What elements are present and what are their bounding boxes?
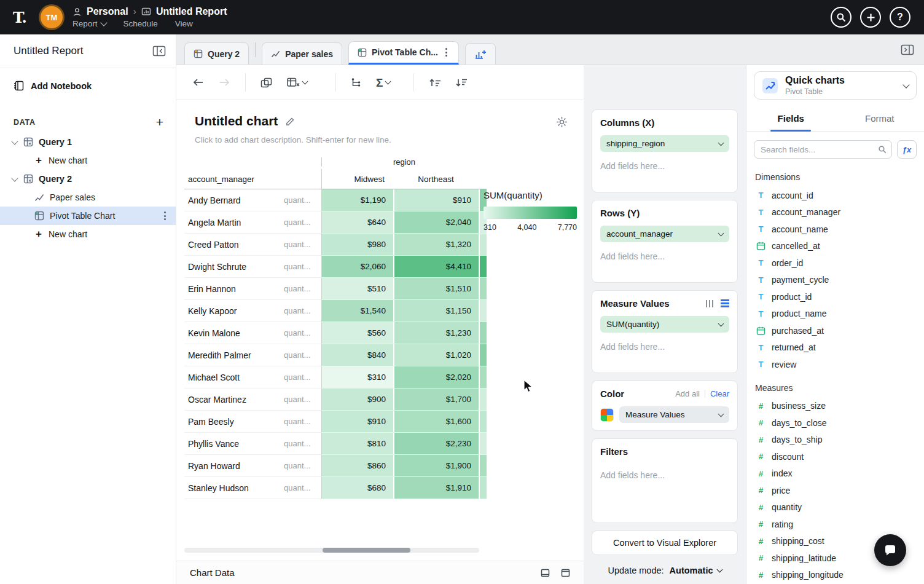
value-cell-midwest[interactable]: $840: [321, 344, 393, 366]
field-item[interactable]: Tpayment_cycle: [754, 272, 917, 289]
columns-layout-icon[interactable]: [706, 300, 714, 307]
manager-cell[interactable]: Dwight Schrute: [184, 256, 284, 277]
field-item[interactable]: #discount: [754, 448, 917, 465]
field-item[interactable]: Treturned_at: [754, 339, 917, 357]
maximize-panel-icon[interactable]: [561, 569, 570, 577]
manager-cell[interactable]: Oscar Martinez: [184, 389, 284, 410]
minimize-panel-icon[interactable]: [541, 569, 550, 577]
value-cell-midwest[interactable]: $980: [321, 234, 393, 255]
value-cell-northeast[interactable]: $1,700: [393, 389, 479, 410]
value-cell-northeast[interactable]: $1,150: [393, 300, 479, 322]
search-button[interactable]: [831, 7, 852, 28]
sidebar-item-pivot-table-chart[interactable]: Pivot Table Chart: [0, 207, 176, 225]
measure-values-drop-hint[interactable]: Add fields here...: [600, 342, 729, 352]
field-item[interactable]: #price: [754, 482, 917, 499]
value-cell-northeast[interactable]: $1,020: [393, 344, 479, 366]
chevron-down-icon[interactable]: [11, 138, 18, 144]
rows-y-field-pill[interactable]: account_manager: [600, 226, 729, 242]
report-title[interactable]: Untitled Report: [156, 6, 227, 17]
update-mode-dropdown[interactable]: Automatic: [670, 566, 722, 575]
redo-button[interactable]: [219, 78, 230, 87]
field-item[interactable]: purchased_at: [754, 322, 917, 339]
tab-menu-icon[interactable]: [443, 45, 450, 59]
add-data-button[interactable]: +: [156, 118, 163, 127]
menu-schedule[interactable]: Schedule: [123, 19, 158, 28]
duplicate-chart-button[interactable]: [260, 77, 272, 88]
value-cell-midwest[interactable]: $860: [321, 455, 393, 476]
value-cell-northeast[interactable]: $1,910: [393, 477, 479, 499]
edit-pencil-icon[interactable]: [286, 117, 295, 126]
value-cell-midwest[interactable]: $640: [321, 211, 393, 233]
manager-cell[interactable]: Angela Martin: [184, 211, 284, 233]
chart-title[interactable]: Untitled chart: [195, 114, 278, 128]
scrollbar-thumb[interactable]: [323, 548, 410, 553]
manager-cell[interactable]: Michael Scott: [184, 366, 284, 388]
app-logo[interactable]: T.: [0, 9, 39, 26]
value-cell-midwest[interactable]: $2,060: [321, 256, 393, 277]
field-item[interactable]: Treview: [754, 356, 917, 373]
rows-y-drop-hint[interactable]: Add fields here...: [600, 251, 729, 261]
value-cell-northeast[interactable]: $1,510: [393, 278, 479, 299]
field-item[interactable]: #days_to_close: [754, 414, 917, 432]
measure-values-field-pill[interactable]: SUM(quantity): [600, 316, 729, 333]
field-item[interactable]: Taccount_manager: [754, 204, 917, 221]
value-cell-northeast[interactable]: $1,320: [393, 234, 479, 255]
chart-data-bar[interactable]: Chart Data: [176, 561, 584, 584]
help-button[interactable]: ?: [890, 7, 910, 28]
color-field-pill[interactable]: Measure Values: [619, 406, 729, 423]
value-cell-midwest[interactable]: $310: [321, 366, 393, 388]
value-cell-northeast[interactable]: $1,600: [393, 411, 479, 432]
avatar[interactable]: TM: [41, 6, 63, 28]
chevron-down-icon[interactable]: [11, 175, 18, 181]
formula-fx-button[interactable]: ƒx: [897, 140, 917, 159]
pivot-structure-button[interactable]: [351, 77, 361, 87]
field-item[interactable]: cancelled_at: [754, 238, 917, 255]
menu-view[interactable]: View: [175, 19, 193, 28]
sort-descending-button[interactable]: [455, 78, 467, 87]
manager-cell[interactable]: Pam Beesly: [184, 411, 284, 432]
field-item[interactable]: #rating: [754, 516, 917, 533]
add-button[interactable]: [860, 7, 881, 28]
field-item[interactable]: #shipping_longitude: [754, 567, 917, 584]
rows-layout-icon[interactable]: [721, 299, 729, 307]
manager-cell[interactable]: Andy Bernard: [184, 189, 284, 211]
horizontal-scrollbar[interactable]: [184, 548, 479, 553]
field-item[interactable]: #business_size: [754, 398, 917, 415]
expand-right-panel-icon[interactable]: [901, 44, 914, 55]
field-item[interactable]: Tproduct_name: [754, 306, 917, 323]
search-fields-input[interactable]: [754, 140, 892, 159]
value-cell-midwest[interactable]: $560: [321, 322, 393, 344]
chart-data-label[interactable]: Chart Data: [190, 567, 235, 578]
field-item[interactable]: Torder_id: [754, 255, 917, 272]
field-item[interactable]: #quantity: [754, 499, 917, 516]
add-notebook-button[interactable]: Add Notebook: [14, 81, 176, 91]
support-chat-button[interactable]: [874, 534, 906, 566]
value-cell-midwest[interactable]: $1,190: [321, 189, 393, 211]
manager-cell[interactable]: Erin Hannon: [184, 278, 284, 299]
value-cell-northeast[interactable]: $4,410: [393, 256, 479, 277]
manager-cell[interactable]: Stanley Hudson: [184, 477, 284, 499]
item-menu-icon[interactable]: [162, 209, 168, 223]
manager-cell[interactable]: Creed Patton: [184, 234, 284, 255]
value-cell-midwest[interactable]: $680: [321, 477, 393, 499]
aggregate-button[interactable]: Σ: [376, 77, 390, 89]
sort-ascending-button[interactable]: [429, 78, 440, 87]
value-cell-northeast[interactable]: $1,230: [393, 322, 479, 344]
new-chart-tab-button[interactable]: [465, 43, 496, 65]
quick-charts-selector[interactable]: Quick charts Pivot Table: [754, 71, 917, 100]
value-cell-midwest[interactable]: $1,540: [321, 300, 393, 322]
field-item[interactable]: #index: [754, 465, 917, 483]
field-item[interactable]: #days_to_ship: [754, 432, 917, 449]
menu-report[interactable]: Report: [72, 19, 106, 28]
convert-to-visual-explorer-button[interactable]: Convert to Visual Explorer: [592, 531, 738, 555]
tab-format[interactable]: Format: [836, 107, 924, 131]
undo-button[interactable]: [192, 78, 204, 87]
tab-paper-sales[interactable]: Paper sales: [262, 42, 342, 65]
value-cell-northeast[interactable]: $1,900: [393, 455, 479, 476]
row-header-label[interactable]: account_manager: [184, 175, 284, 184]
value-cell-midwest[interactable]: $810: [321, 433, 393, 454]
field-item[interactable]: Taccount_id: [754, 187, 917, 204]
value-cell-midwest[interactable]: $510: [321, 278, 393, 299]
value-cell-northeast[interactable]: $2,230: [393, 433, 479, 454]
manager-cell[interactable]: Phyllis Vance: [184, 433, 284, 454]
